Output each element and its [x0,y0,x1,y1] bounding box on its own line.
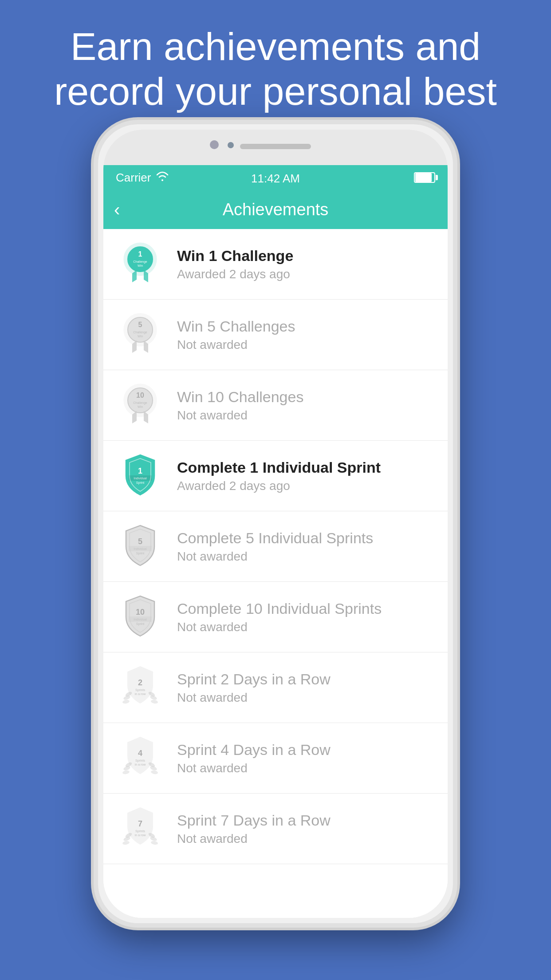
phone-power-button [453,293,457,351]
svg-point-53 [122,840,130,845]
status-bar: Carrier 11:42 AM [103,165,448,190]
front-camera [210,140,219,149]
svg-text:Sprint: Sprint [136,481,144,485]
achievement-info-complete1sprint: Complete 1 Individual SprintAwarded 2 da… [177,459,435,493]
achievement-subtitle: Awarded 2 days ago [177,267,435,281]
achievement-title: Complete 10 Individual Sprints [177,600,435,617]
status-bar-left: Carrier [116,171,169,185]
achievement-badge-win5challenges: 5 Challenge Win [116,310,165,359]
achievement-subtitle: Not awarded [177,691,435,705]
back-button[interactable]: ‹ [114,200,120,220]
svg-text:4: 4 [138,749,142,758]
phone-screen: Carrier 11:42 AM [103,165,448,918]
achievement-item-win10challenges: 10 Challenge Win Win 10 ChallengesNot aw… [103,370,448,441]
status-time: 11:42 AM [251,172,300,186]
achievement-info-win1challenge: Win 1 ChallengeAwarded 2 days ago [177,247,435,281]
achievement-title: Win 10 Challenges [177,388,435,406]
achievement-subtitle: Not awarded [177,338,435,352]
achievement-subtitle: Not awarded [177,549,435,564]
svg-text:1: 1 [138,466,142,475]
svg-text:10: 10 [136,391,144,399]
achievement-info-complete10sprints: Complete 10 Individual SprintsNot awarde… [177,600,435,634]
svg-text:Challenge: Challenge [133,260,147,264]
status-bar-right [414,172,435,183]
achievement-title: Complete 1 Individual Sprint [177,459,435,476]
achievement-subtitle: Not awarded [177,408,435,423]
phone-inner: Carrier 11:42 AM [103,130,448,918]
achievement-info-win5challenges: Win 5 ChallengesNot awarded [177,318,435,352]
achievement-item-win5challenges: 5 Challenge Win Win 5 ChallengesNot awar… [103,300,448,370]
phone-top-bezel [103,130,448,165]
carrier-label: Carrier [116,171,151,185]
achievement-item-win1challenge: 1 Challenge Win Win 1 ChallengeAwarded 2… [103,229,448,300]
proximity-sensor [228,142,234,148]
achievement-item-complete1sprint: 1 Individual Sprint Complete 1 Individua… [103,441,448,511]
achievement-badge-sprint2row: 2 Sprints in a row [116,663,165,712]
achievement-item-complete10sprints: 10 Individual Sprint Complete 10 Individ… [103,582,448,652]
svg-text:2: 2 [138,678,142,687]
achievement-badge-complete5sprints: 5 Individual Sprint [116,522,165,571]
achievement-info-sprint7row: Sprint 7 Days in a RowNot awarded [177,812,435,846]
achievement-info-sprint4row: Sprint 4 Days in a RowNot awarded [177,741,435,775]
svg-text:in a row: in a row [135,763,146,766]
phone-volume-up-button [94,293,98,333]
achievement-badge-win10challenges: 10 Challenge Win [116,381,165,430]
achievement-title: Win 5 Challenges [177,318,435,335]
svg-rect-28 [129,546,152,551]
svg-text:Win: Win [138,405,143,408]
hero-header: Earn achievements and record your person… [0,0,551,138]
svg-text:1: 1 [138,250,142,258]
achievement-title: Sprint 4 Days in a Row [177,741,435,759]
svg-text:7: 7 [138,819,142,828]
svg-text:10: 10 [136,608,145,616]
achievement-info-complete5sprints: Complete 5 Individual SprintsNot awarded [177,530,435,564]
achievement-item-sprint4row: 4 Sprints in a row Sprint 4 Days in a Ro… [103,723,448,794]
svg-text:Sprint: Sprint [136,622,144,626]
earpiece-speaker [240,144,311,149]
svg-point-38 [150,699,158,704]
svg-text:Sprint: Sprint [136,552,144,555]
wifi-icon [156,171,169,184]
svg-rect-24 [129,475,152,481]
achievement-badge-complete1sprint: 1 Individual Sprint [116,451,165,500]
achievement-subtitle: Awarded 2 days ago [177,479,435,493]
achievement-badge-sprint4row: 4 Sprints in a row [116,734,165,782]
achievement-badge-complete10sprints: 10 Individual Sprint [116,593,165,641]
achievement-info-sprint2row: Sprint 2 Days in a RowNot awarded [177,671,435,705]
achievement-item-sprint7row: 7 Sprints in a row Sprint 7 Days in a Ro… [103,794,448,864]
achievement-subtitle: Not awarded [177,832,435,846]
svg-text:Sprints: Sprints [135,759,145,763]
svg-text:Challenge: Challenge [133,331,147,334]
nav-title: Achievements [223,200,329,219]
svg-text:Win: Win [138,335,143,338]
svg-text:Challenge: Challenge [133,401,147,405]
svg-point-47 [150,770,158,775]
achievement-subtitle: Not awarded [177,620,435,634]
svg-point-56 [150,840,158,845]
phone-mute-button [94,249,98,275]
phone-volume-down-button [94,342,98,382]
achievement-title: Sprint 2 Days in a Row [177,671,435,688]
achievement-title: Win 1 Challenge [177,247,435,265]
achievements-list: 1 Challenge Win Win 1 ChallengeAwarded 2… [103,229,448,918]
svg-text:in a row: in a row [135,834,146,837]
svg-text:in a row: in a row [135,692,146,695]
navigation-bar: ‹ Achievements [103,190,448,229]
svg-text:Sprints: Sprints [135,830,145,833]
svg-rect-32 [129,616,152,622]
svg-text:Win: Win [138,264,143,267]
phone-mockup: Carrier 11:42 AM [94,120,457,928]
battery-icon [414,172,435,183]
achievement-badge-win1challenge: 1 Challenge Win [116,240,165,288]
hero-title: Earn achievements and record your person… [35,24,516,114]
achievement-info-win10challenges: Win 10 ChallengesNot awarded [177,388,435,423]
achievement-subtitle: Not awarded [177,761,435,775]
svg-text:5: 5 [138,537,142,546]
achievement-item-sprint2row: 2 Sprints in a row Sprint 2 Days in a Ro… [103,652,448,723]
achievement-item-complete5sprints: 5 Individual Sprint Complete 5 Individua… [103,511,448,582]
achievement-title: Sprint 7 Days in a Row [177,812,435,829]
svg-point-44 [122,770,130,775]
svg-text:5: 5 [138,321,142,328]
svg-text:Sprints: Sprints [135,688,145,692]
svg-point-35 [122,699,130,704]
